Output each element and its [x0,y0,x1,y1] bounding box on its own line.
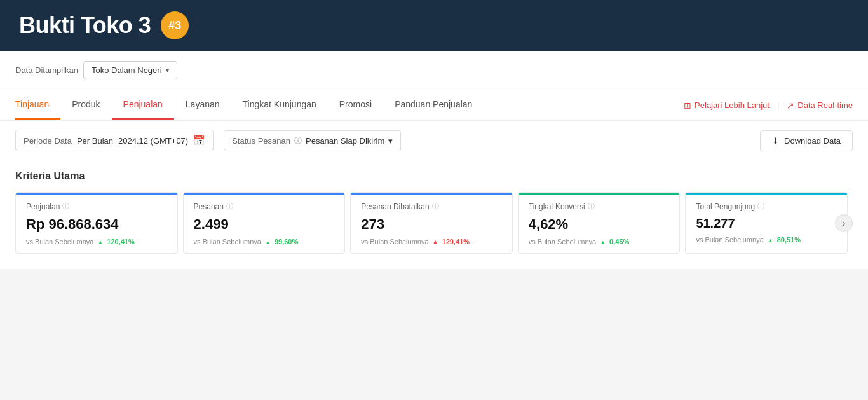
card-dibatalkan-compare: vs Bulan Sebelumnya ▲ 129,41% [361,238,502,245]
change-up-icon [768,236,773,244]
header: Bukti Toko 3 #3 [0,0,868,51]
download-icon: ⬇ [772,136,779,146]
tab-penjualan[interactable]: Penjualan [112,90,174,120]
card-penjualan: Penjualan ⓘ Rp 96.868.634 vs Bulan Sebel… [15,192,178,254]
calendar-icon[interactable]: 📅 [193,135,205,146]
store-filter-value: Toko Dalam Negeri [92,66,162,75]
download-label: Download Data [784,136,841,146]
tab-tinjauan[interactable]: Tinjauan [15,90,60,120]
tab-panduan-penjualan[interactable]: Panduan Penjualan [383,90,484,120]
nav-right-links: ⊞ Pelajari Lebih Lanjut | ↗ Data Real-ti… [684,100,853,111]
card-penjualan-title: Penjualan ⓘ [26,202,167,211]
card-konversi-value: 4,62% [529,216,670,233]
store-badge: #3 [161,11,189,39]
card-konversi-compare: vs Bulan Sebelumnya 0,45% [529,238,670,245]
period-type: Per Bulan [77,136,113,146]
realtime-link[interactable]: ↗ Data Real-time [787,100,853,111]
download-button[interactable]: ⬇ Download Data [760,130,853,151]
chevron-down-icon: ▾ [388,136,393,146]
card-total-pengunjung: Total Pengunjung ⓘ 51.277 vs Bulan Sebel… [685,192,848,254]
card-dibatalkan-title: Pesanan Dibatalkan ⓘ [361,202,502,211]
section-title: Kriteria Utama [15,170,853,182]
card-pesanan-value: 2.499 [194,216,335,233]
card-tingkat-konversi: Tingkat Konversi ⓘ 4,62% vs Bulan Sebelu… [518,192,681,254]
chevron-down-icon: ▾ [166,67,169,74]
change-up-icon [265,238,271,245]
triangle-down-icon: ▲ [433,238,438,245]
card-pengunjung-title: Total Pengunjung ⓘ [696,202,837,211]
info-icon: ⓘ [757,202,764,211]
tab-layanan[interactable]: Layanan [174,90,231,120]
cards-container: Penjualan ⓘ Rp 96.868.634 vs Bulan Sebel… [15,192,853,254]
learn-more-link[interactable]: ⊞ Pelajari Lebih Lanjut [684,100,770,111]
change-up-icon [97,238,103,245]
main-content: Data Ditampilkan Toko Dalam Negeri ▾ Tin… [0,51,868,269]
info-icon: ⓘ [588,202,595,211]
info-icon: ⓘ [226,202,233,211]
realtime-label: Data Real-time [797,100,853,110]
book-icon: ⊞ [684,100,691,111]
learn-more-label: Pelajari Lebih Lanjut [695,100,770,110]
filter-label: Data Ditampilkan [15,66,78,75]
card-pengunjung-compare: vs Bulan Sebelumnya 80,51% [696,236,837,244]
card-pesanan: Pesanan ⓘ 2.499 vs Bulan Sebelumnya 99,6… [183,192,346,254]
info-icon: ⓘ [294,135,302,146]
card-penjualan-compare: vs Bulan Sebelumnya 120,41% [26,238,167,245]
card-pesanan-change: 99,60% [275,238,298,245]
change-up-icon [600,238,606,245]
card-dibatalkan-change: 129,41% [442,238,470,245]
info-icon: ⓘ [432,202,439,211]
card-pengunjung-value: 51.277 [696,216,837,231]
nav-divider: | [777,100,779,110]
status-select[interactable]: Status Pesanan ⓘ Pesanan Siap Dikirim ▾ [224,130,401,151]
tab-produk[interactable]: Produk [60,90,111,120]
card-dibatalkan-value: 273 [361,216,502,233]
card-penjualan-value: Rp 96.868.634 [26,216,167,233]
store-filter-select[interactable]: Toko Dalam Negeri ▾ [83,61,177,79]
cards-next-button[interactable]: › [835,214,853,232]
filter-bar: Data Ditampilkan Toko Dalam Negeri ▾ [0,51,868,90]
tab-tingkat-kunjungan[interactable]: Tingkat Kunjungan [231,90,328,120]
controls-bar: Periode Data Per Bulan 2024.12 (GMT+07) … [0,121,868,160]
nav-tabs: Tinjauan Produk Penjualan Layanan Tingka… [0,90,868,121]
app-title: Bukti Toko 3 [19,12,151,39]
card-pesanan-title: Pesanan ⓘ [194,202,335,211]
info-icon: ⓘ [62,202,69,211]
period-value: 2024.12 (GMT+07) [118,136,188,146]
main-section: Kriteria Utama Penjualan ⓘ Rp 96.868.634… [0,160,868,269]
tab-promosi[interactable]: Promosi [328,90,383,120]
card-pesanan-compare: vs Bulan Sebelumnya 99,60% [194,238,335,245]
realtime-icon: ↗ [787,100,794,111]
card-konversi-change: 0,45% [609,238,629,245]
card-penjualan-change: 120,41% [107,238,134,245]
card-pesanan-dibatalkan: Pesanan Dibatalkan ⓘ 273 vs Bulan Sebelu… [350,192,513,254]
status-label: Status Pesanan [232,136,290,146]
period-control: Periode Data Per Bulan 2024.12 (GMT+07) … [15,130,214,151]
period-label: Periode Data [24,136,72,146]
card-pengunjung-change: 80,51% [777,236,801,244]
status-value: Pesanan Siap Dikirim [306,136,384,146]
card-konversi-title: Tingkat Konversi ⓘ [529,202,670,211]
